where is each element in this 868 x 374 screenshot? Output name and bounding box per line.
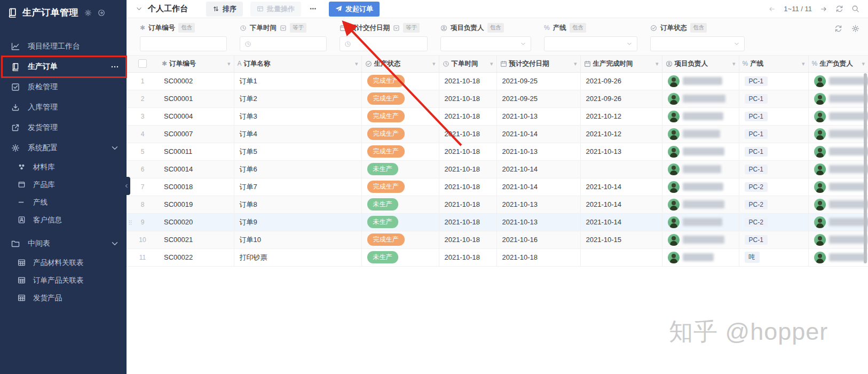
cell-line[interactable]: PC-1 — [739, 160, 808, 178]
table-row[interactable]: 4 SC00007 订单4 完成生产 2021-10-18 2021-10-14… — [127, 125, 868, 143]
cell-delivery-date[interactable]: 2021-10-13 — [496, 143, 580, 160]
cell-line[interactable]: PC-2 — [739, 178, 808, 196]
cell-order-time[interactable]: 2021-10-18 — [439, 125, 496, 143]
sidebar-item[interactable]: 系统配置 — [0, 138, 127, 158]
cell-order-no[interactable]: SC00022 — [159, 248, 234, 266]
cell-delivery-date[interactable]: 2021-09-25 — [496, 72, 580, 90]
cell-production-manager[interactable] — [808, 72, 868, 90]
filter-date-input-1[interactable] — [240, 36, 327, 51]
cell-line[interactable]: PC-2 — [739, 196, 808, 213]
cell-order-name[interactable]: 订单6 — [234, 160, 361, 178]
cell-status[interactable]: 完成生产 — [361, 107, 439, 125]
cell-status[interactable]: 完成生产 — [361, 143, 439, 160]
cell-line[interactable]: PC-1 — [739, 107, 808, 125]
cell-finish-time[interactable]: 2021-09-26 — [580, 72, 662, 90]
cell-order-no[interactable]: SC00011 — [159, 143, 234, 160]
cell-order-name[interactable]: 订单5 — [234, 143, 361, 160]
select-all-checkbox[interactable] — [138, 59, 147, 68]
more-icon[interactable] — [111, 63, 119, 71]
sidebar-item[interactable]: 发货管理 — [0, 118, 127, 138]
cell-finish-time[interactable]: 2021-10-15 — [580, 231, 662, 248]
cell-project-manager[interactable] — [662, 196, 739, 213]
cell-finish-time[interactable]: 2021-10-14 — [580, 196, 662, 213]
cell-order-no[interactable]: SC00007 — [159, 125, 234, 143]
cell-line[interactable]: PC-2 — [739, 213, 808, 231]
cell-status[interactable]: 完成生产 — [361, 178, 439, 196]
sidebar-item[interactable]: 发货产品 — [0, 289, 127, 307]
filter-input-0[interactable] — [140, 36, 227, 51]
cell-finish-time[interactable] — [580, 248, 662, 266]
cell-order-no[interactable]: SC00002 — [159, 72, 234, 90]
cell-order-time[interactable]: 2021-10-18 — [439, 231, 496, 248]
cell-order-name[interactable]: 订单3 — [234, 107, 361, 125]
cell-project-manager[interactable] — [662, 143, 739, 160]
cell-order-time[interactable]: 2021-10-18 — [439, 90, 496, 107]
cell-status[interactable]: 未生产 — [361, 160, 439, 178]
cell-delivery-date[interactable]: 2021-10-14 — [496, 178, 580, 196]
refresh-icon[interactable] — [835, 5, 843, 13]
column-header-order-name[interactable]: A订单名称▾ — [234, 56, 361, 72]
cell-line[interactable]: PC-1 — [739, 143, 808, 160]
search-icon[interactable] — [851, 5, 859, 13]
cell-order-time[interactable]: 2021-10-18 — [439, 213, 496, 231]
cell-order-time[interactable]: 2021-10-18 — [439, 178, 496, 196]
cell-line[interactable]: PC-1 — [739, 231, 808, 248]
launch-order-button[interactable]: 发起订单 — [329, 2, 380, 17]
table-row[interactable]: 7 SC00018 订单7 完成生产 2021-10-18 2021-10-14… — [127, 178, 868, 196]
cell-order-no[interactable]: SC00021 — [159, 231, 234, 248]
filter-select-4[interactable] — [544, 36, 637, 51]
cell-production-manager[interactable] — [808, 178, 868, 196]
column-header-delivery-date[interactable]: 预计交付日期▾ — [496, 56, 580, 72]
cell-line[interactable]: 吨 — [739, 248, 808, 266]
cell-order-no[interactable]: SC00014 — [159, 160, 234, 178]
filter-select-3[interactable] — [440, 36, 531, 51]
cell-status[interactable]: 完成生产 — [361, 125, 439, 143]
cell-project-manager[interactable] — [662, 248, 739, 266]
cell-production-manager[interactable] — [808, 160, 868, 178]
caret-down-icon[interactable]: ▾ — [490, 60, 493, 67]
chevron-down-icon[interactable] — [111, 144, 119, 152]
cell-order-time[interactable]: 2021-10-18 — [439, 248, 496, 266]
cell-finish-time[interactable]: 2021-10-14 — [580, 213, 662, 231]
cell-production-manager[interactable] — [808, 248, 868, 266]
cell-project-manager[interactable] — [662, 107, 739, 125]
sidebar-item[interactable]: 入库管理 — [0, 97, 127, 118]
view-switcher[interactable]: 个人工作台 — [148, 4, 188, 14]
cell-project-manager[interactable] — [662, 231, 739, 248]
cell-delivery-date[interactable]: 2021-10-13 — [496, 213, 580, 231]
goto-icon[interactable] — [98, 9, 105, 17]
cell-line[interactable]: PC-1 — [739, 72, 808, 90]
cell-finish-time[interactable]: 2021-09-26 — [580, 90, 662, 107]
filter-select-5[interactable] — [650, 36, 745, 51]
sidebar-item[interactable]: 产品材料关联表 — [0, 254, 127, 271]
sidebar-item[interactable]: 订单产品关联表 — [0, 271, 127, 289]
sidebar-item[interactable]: 产线 — [0, 193, 127, 211]
sidebar-item[interactable]: 生产订单 — [0, 57, 127, 77]
vertical-scrollbar[interactable] — [864, 73, 867, 263]
cell-delivery-date[interactable]: 2021-09-25 — [496, 90, 580, 107]
cell-status[interactable]: 完成生产 — [361, 72, 439, 90]
cell-project-manager[interactable] — [662, 72, 739, 90]
cell-order-no[interactable]: SC00019 — [159, 196, 234, 213]
cell-delivery-date[interactable]: 2021-10-13 — [496, 107, 580, 125]
dropdown-box-icon[interactable] — [393, 25, 400, 32]
cell-order-time[interactable]: 2021-10-18 — [439, 160, 496, 178]
table-row[interactable]: 11 SC00022 打印钞票 未生产 2021-10-18 2021-10-1… — [127, 248, 868, 266]
drag-handle-icon[interactable] — [128, 219, 132, 227]
sidebar-item[interactable]: 项目经理工作台 — [0, 36, 127, 57]
sidebar-item[interactable]: 质检管理 — [0, 77, 127, 97]
cell-finish-time[interactable]: 2021-10-14 — [580, 178, 662, 196]
sidebar-collapse-handle[interactable] — [122, 177, 130, 195]
cell-production-manager[interactable] — [808, 143, 868, 160]
caret-down-icon[interactable]: ▾ — [432, 60, 436, 67]
sidebar-item[interactable]: 材料库 — [0, 158, 127, 176]
cell-project-manager[interactable] — [662, 125, 739, 143]
cell-finish-time[interactable] — [580, 160, 662, 178]
cell-order-time[interactable]: 2021-10-18 — [439, 72, 496, 90]
cell-order-name[interactable]: 订单4 — [234, 125, 361, 143]
column-header-project-manager[interactable]: 项目负责人▾ — [662, 56, 739, 72]
table-row[interactable]: 1 SC00002 订单1 完成生产 2021-10-18 2021-09-25… — [127, 72, 868, 90]
cell-delivery-date[interactable]: 2021-10-14 — [496, 125, 580, 143]
sidebar-item[interactable]: 产品库 — [0, 176, 127, 193]
cell-production-manager[interactable] — [808, 196, 868, 213]
